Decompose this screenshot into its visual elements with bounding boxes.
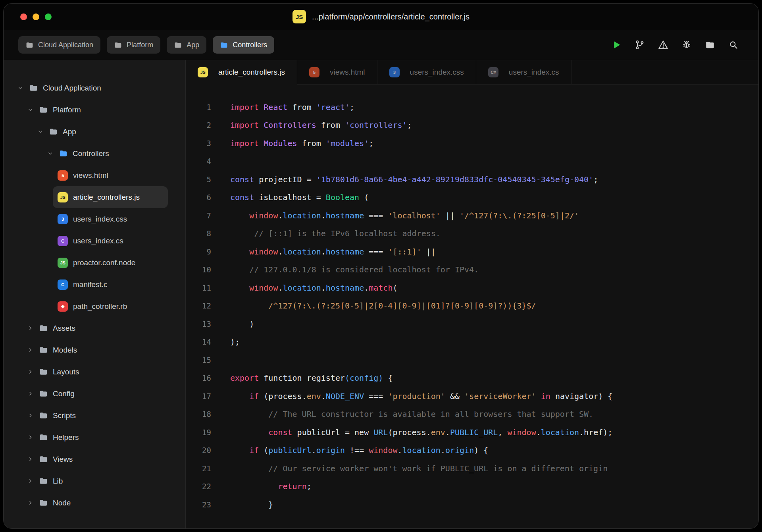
tree-file-manifest-c[interactable]: Cmanifest.c (53, 274, 168, 295)
window-controls (20, 4, 52, 30)
tree-file-users-index-css[interactable]: 3users_index.css (53, 208, 168, 230)
line-number: 22 (186, 482, 211, 491)
code-line[interactable]: 14); (186, 333, 758, 351)
code-token: env (431, 428, 445, 437)
breadcrumb-app[interactable]: App (167, 36, 206, 54)
tree-folder-lib[interactable]: Lib (23, 470, 168, 492)
code-line[interactable]: 23 } (186, 495, 758, 514)
run-button[interactable] (610, 39, 622, 51)
tree-folder-assets[interactable]: Assets (23, 317, 168, 339)
chevron-down-icon[interactable] (48, 151, 53, 156)
debug-button[interactable] (681, 39, 693, 51)
chevron-right-icon[interactable] (28, 435, 33, 440)
editor-pane: JSarticle_controllers.js5views.html3user… (186, 60, 758, 528)
line-number: 19 (186, 428, 211, 437)
code-line[interactable]: 13 ) (186, 315, 758, 333)
search-button[interactable] (727, 39, 739, 51)
line-number: 12 (186, 301, 211, 310)
code-token: (process. (259, 391, 306, 401)
zoom-button[interactable] (45, 13, 52, 20)
tab-users-index-css[interactable]: 3users_index.css (377, 60, 476, 84)
chevron-right-icon[interactable] (28, 457, 33, 462)
code-line[interactable]: 19 const publicUrl = new URL(process.env… (186, 423, 758, 441)
folder-icon (174, 41, 182, 49)
code-token: . (321, 283, 326, 293)
code-line[interactable]: 4 (186, 152, 758, 171)
code-line[interactable]: 17 if (process.env.NODE_ENV === 'product… (186, 387, 758, 405)
chevron-right-icon[interactable] (28, 413, 33, 418)
chevron-down-icon[interactable] (28, 107, 33, 112)
problems-button[interactable] (657, 39, 669, 51)
chevron-right-icon[interactable] (28, 500, 33, 505)
line-number: 14 (186, 337, 211, 346)
breadcrumb-controllers[interactable]: Controllers (213, 36, 274, 54)
tree-folder-cloud-application[interactable]: Cloud Application (13, 77, 168, 99)
code-token: || (421, 247, 436, 256)
code-line[interactable]: 5const projectID = '1b7801d6-8a66-4be4-a… (186, 170, 758, 189)
breadcrumb-cloud-application[interactable]: Cloud Application (18, 36, 100, 54)
code-line[interactable]: 9 window.location.hostname === '[::1]' |… (186, 243, 758, 261)
chevron-right-icon[interactable] (28, 326, 33, 331)
tree-folder-config[interactable]: Config (23, 383, 168, 405)
line-number: 23 (186, 500, 211, 509)
code-line[interactable]: 15 (186, 351, 758, 369)
code-line[interactable]: 2import Controllers from 'controllers'; (186, 116, 758, 135)
tree-file-users-index-cs[interactable]: Cusers_index.cs (53, 230, 168, 252)
content-area: Cloud ApplicationPlatformAppControllers5… (4, 60, 758, 528)
chevron-down-icon[interactable] (38, 129, 43, 134)
line-number: 4 (186, 157, 211, 166)
window-title: ...platform/app/controllers/article_cont… (312, 12, 470, 21)
tree-folder-scripts[interactable]: Scripts (23, 405, 168, 426)
code-token: location (402, 445, 441, 455)
tree-file-article-controllers-js[interactable]: JSarticle_controllers.js (53, 186, 168, 208)
chevron-down-icon[interactable] (18, 85, 23, 91)
c-file-icon: C (58, 279, 68, 290)
code-line[interactable]: 8 // [::1] is the IPv6 localhost address… (186, 225, 758, 243)
code-line[interactable]: 16export function register(config) { (186, 369, 758, 387)
breadcrumb-label: App (187, 41, 199, 49)
titlebar: JS ...platform/app/controllers/article_c… (4, 4, 758, 30)
line-number: 8 (186, 229, 211, 238)
code-line[interactable]: 3import Modules from 'modules'; (186, 134, 758, 152)
tree-folder-controllers[interactable]: Controllers (43, 143, 168, 164)
code-token: 'controllers' (345, 120, 407, 130)
minimize-button[interactable] (33, 13, 39, 20)
code-line[interactable]: 20 if (publicUrl.origin !== window.locat… (186, 441, 758, 460)
close-button[interactable] (20, 13, 27, 20)
code-line[interactable]: 7 window.location.hostname === 'localhos… (186, 206, 758, 225)
tab-users-index-cs[interactable]: C#users_index.cs (476, 60, 572, 84)
code-editor[interactable]: 1import React from 'react';2import Contr… (186, 85, 758, 528)
tree-item-label: Config (53, 389, 75, 398)
tree-folder-app[interactable]: App (33, 121, 168, 143)
tab-views-html[interactable]: 5views.html (297, 60, 377, 84)
code-line[interactable]: 6const isLocalhost = Boolean ( (186, 189, 758, 207)
code-line[interactable]: 22 return; (186, 478, 758, 496)
tree-folder-models[interactable]: Models (23, 339, 168, 361)
folder-icon (39, 389, 48, 398)
code-line[interactable]: 10 // 127.0.0.1/8 is considered localhos… (186, 261, 758, 279)
code-line[interactable]: 12 /^127(?:\.(?:25[0-5]|2[0-4][0-9]|[01]… (186, 297, 758, 315)
chevron-right-icon[interactable] (28, 478, 33, 484)
code-token: 'production' (388, 391, 445, 401)
code-line[interactable]: 1import React from 'react'; (186, 98, 758, 116)
code-token (230, 428, 268, 437)
code-line[interactable]: 18 // The URL constructor is available i… (186, 405, 758, 424)
files-button[interactable] (704, 39, 716, 51)
tree-file-views-html[interactable]: 5views.html (53, 164, 168, 186)
chevron-right-icon[interactable] (28, 391, 33, 396)
breadcrumb-platform[interactable]: Platform (107, 36, 160, 54)
tree-folder-views[interactable]: Views (23, 448, 168, 470)
tree-folder-layouts[interactable]: Layouts (23, 361, 168, 383)
git-branch-button[interactable] (634, 39, 646, 51)
chevron-right-icon[interactable] (28, 369, 33, 374)
code-line[interactable]: 11 window.location.hostname.match( (186, 279, 758, 297)
tab-article-controllers-js[interactable]: JSarticle_controllers.js (186, 60, 297, 84)
code-line[interactable]: 21 // Our service worker won't work if P… (186, 459, 758, 478)
tree-folder-helpers[interactable]: Helpers (23, 426, 168, 448)
tree-folder-node[interactable]: Node (23, 492, 168, 514)
chevron-right-icon[interactable] (28, 347, 33, 353)
tree-file-proactor-conf-node[interactable]: JSproactor.conf.node (53, 252, 168, 274)
tree-file-path-cotroller-rb[interactable]: ◆path_cotroller.rb (53, 295, 168, 317)
tree-folder-platform[interactable]: Platform (23, 99, 168, 121)
folder-icon (59, 149, 68, 158)
